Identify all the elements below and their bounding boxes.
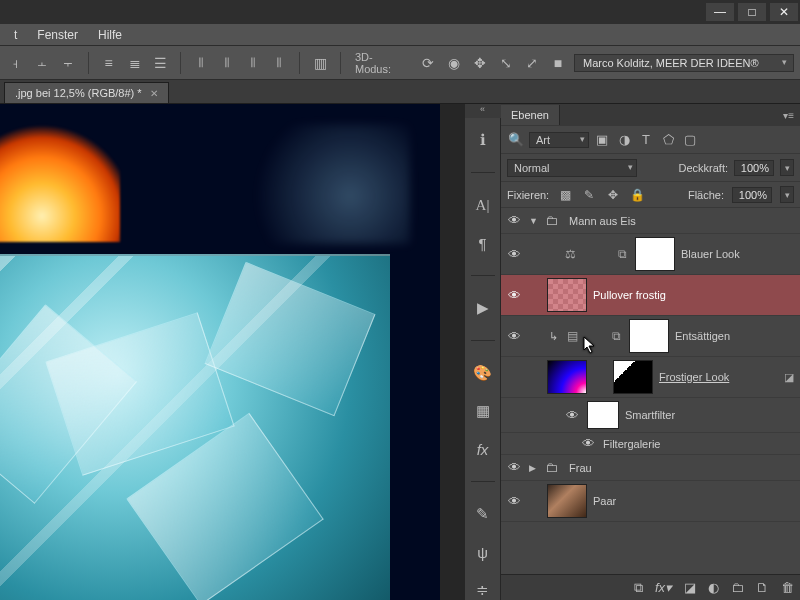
link-icon[interactable]: ⧉ — [615, 247, 629, 261]
brush-presets-panel-icon[interactable]: ψ — [473, 542, 493, 562]
document-tab[interactable]: .jpg bei 12,5% (RGB/8#) * ✕ — [4, 82, 169, 103]
align-center-icon[interactable]: ⫠ — [32, 53, 52, 73]
layer-name[interactable]: Mann aus Eis — [569, 215, 636, 227]
new-group-icon[interactable]: 🗀 — [731, 580, 744, 595]
new-adjustment-icon[interactable]: ◐ — [708, 580, 719, 595]
3d-orbit-icon[interactable]: ⟳ — [419, 53, 439, 73]
swatches-panel-icon[interactable]: ▦ — [473, 401, 493, 421]
layer-name[interactable]: Frostiger Look — [659, 371, 729, 383]
visibility-toggle[interactable]: 👁 — [505, 329, 523, 344]
auto-align-icon[interactable]: ▥ — [310, 53, 330, 73]
menu-fenster[interactable]: Fenster — [27, 28, 88, 42]
lock-transparency-icon[interactable]: ▩ — [557, 187, 573, 203]
filter-adjust-icon[interactable]: ◑ — [615, 131, 633, 149]
fill-field[interactable]: 100% — [732, 187, 772, 203]
link-icon[interactable]: ⧉ — [609, 329, 623, 343]
3d-slide-icon[interactable]: ⤡ — [496, 53, 516, 73]
layer-mask-thumb[interactable] — [629, 319, 669, 353]
3d-scale-icon[interactable]: ⤢ — [522, 53, 542, 73]
layer-thumb[interactable] — [547, 278, 587, 312]
3d-roll-icon[interactable]: ◉ — [444, 53, 464, 73]
layer-group-frau[interactable]: 👁 ▶ 🗀 Frau — [501, 455, 800, 481]
distribute-h2-icon[interactable]: ≣ — [125, 53, 145, 73]
adjustments-panel-icon[interactable]: ≑ — [473, 580, 493, 600]
layer-name[interactable]: Entsättigen — [675, 330, 730, 342]
layer-filtergalerie[interactable]: 👁 Filtergalerie — [501, 433, 800, 455]
layer-name[interactable]: Paar — [593, 495, 616, 507]
info-panel-icon[interactable]: ℹ — [473, 130, 493, 150]
layer-name[interactable]: Pullover frostig — [593, 289, 666, 301]
visibility-toggle[interactable]: 👁 — [505, 460, 523, 475]
3d-camera-icon[interactable]: ■ — [548, 53, 568, 73]
3d-pan-icon[interactable]: ✥ — [470, 53, 490, 73]
link-layers-icon[interactable]: ⧉ — [634, 580, 643, 596]
play-panel-icon[interactable]: ▶ — [473, 298, 493, 318]
opacity-field[interactable]: 100% — [734, 160, 774, 176]
visibility-toggle[interactable]: 👁 — [505, 247, 523, 262]
smartfilter-mask-thumb[interactable] — [587, 401, 619, 429]
menu-truncated[interactable]: t — [4, 28, 27, 42]
distribute-v3-icon[interactable]: ⦀ — [243, 53, 263, 73]
layer-name[interactable]: Smartfilter — [625, 409, 675, 421]
layer-thumb[interactable] — [547, 484, 587, 518]
styles-panel-icon[interactable]: fx — [473, 439, 493, 459]
menu-hilfe[interactable]: Hilfe — [88, 28, 132, 42]
layer-mask-thumb[interactable] — [635, 237, 675, 271]
layer-frostiger-look[interactable]: Frostiger Look ◪ — [501, 357, 800, 398]
disclosure-triangle[interactable]: ▼ — [529, 216, 539, 226]
layer-blauer-look[interactable]: 👁 ⚖ ⧉ Blauer Look — [501, 234, 800, 275]
close-button[interactable]: ✕ — [770, 3, 798, 21]
visibility-toggle[interactable]: 👁 — [505, 213, 523, 228]
distribute-v2-icon[interactable]: ⦀ — [217, 53, 237, 73]
color-panel-icon[interactable]: 🎨 — [473, 363, 493, 383]
filter-shape-icon[interactable]: ⬠ — [659, 131, 677, 149]
layer-thumb[interactable] — [547, 360, 587, 394]
opacity-slider-toggle[interactable]: ▾ — [780, 159, 794, 176]
layer-pullover-frostig[interactable]: 👁 Pullover frostig — [501, 275, 800, 316]
user-account-dropdown[interactable]: Marco Kolditz, MEER DER IDEEN® — [574, 54, 794, 72]
layer-effects-icon[interactable]: fx▾ — [655, 580, 672, 595]
blend-mode-dropdown[interactable]: Normal — [507, 159, 637, 177]
layer-name[interactable]: Filtergalerie — [603, 438, 660, 450]
layer-group-mann-aus-eis[interactable]: 👁 ▼ 🗀 Mann aus Eis — [501, 208, 800, 234]
filter-pixel-icon[interactable]: ▣ — [593, 131, 611, 149]
layer-name[interactable]: Frau — [569, 462, 592, 474]
visibility-toggle[interactable]: 👁 — [563, 408, 581, 423]
brush-panel-icon[interactable]: ✎ — [473, 504, 493, 524]
distribute-v1-icon[interactable]: ⦀ — [191, 53, 211, 73]
add-mask-icon[interactable]: ◪ — [684, 580, 696, 595]
distribute-h3-icon[interactable]: ☰ — [151, 53, 171, 73]
layer-mask-thumb[interactable] — [613, 360, 653, 394]
minimize-button[interactable]: — — [706, 3, 734, 21]
new-layer-icon[interactable]: 🗋 — [756, 580, 769, 595]
layer-name[interactable]: Blauer Look — [681, 248, 740, 260]
canvas[interactable] — [0, 104, 464, 600]
visibility-toggle[interactable]: 👁 — [505, 288, 523, 303]
disclosure-triangle[interactable]: ▶ — [529, 463, 539, 473]
paragraph-panel-icon[interactable]: ¶ — [473, 233, 493, 253]
layer-entsaettigen[interactable]: 👁 ↳ ▤ ⧉ Entsättigen — [501, 316, 800, 357]
close-tab-icon[interactable]: ✕ — [150, 88, 158, 99]
delete-layer-icon[interactable]: 🗑 — [781, 580, 794, 595]
filter-type-icon[interactable]: T — [637, 131, 655, 149]
character-panel-icon[interactable]: A| — [473, 195, 493, 215]
filter-smart-icon[interactable]: ▢ — [681, 131, 699, 149]
lock-pixels-icon[interactable]: ✎ — [581, 187, 597, 203]
align-right-icon[interactable]: ⫟ — [58, 53, 78, 73]
maximize-button[interactable]: □ — [738, 3, 766, 21]
distribute-h1-icon[interactable]: ≡ — [99, 53, 119, 73]
visibility-toggle[interactable]: 👁 — [579, 436, 597, 451]
layers-tab[interactable]: Ebenen — [501, 105, 560, 125]
layer-list[interactable]: 👁 ▼ 🗀 Mann aus Eis 👁 ⚖ ⧉ Blauer Look 👁 P… — [501, 208, 800, 574]
lock-all-icon[interactable]: 🔒 — [629, 187, 645, 203]
expand-dock-handle[interactable]: « — [465, 104, 501, 118]
filter-kind-dropdown[interactable]: Art — [529, 132, 589, 148]
fill-slider-toggle[interactable]: ▾ — [780, 186, 794, 203]
panel-menu-icon[interactable]: ▾≡ — [777, 110, 800, 121]
align-left-icon[interactable]: ⫞ — [6, 53, 26, 73]
visibility-toggle[interactable]: 👁 — [505, 494, 523, 509]
layer-smartfilter[interactable]: 👁 Smartfilter — [501, 398, 800, 433]
layer-paar[interactable]: 👁 Paar — [501, 481, 800, 522]
distribute-v4-icon[interactable]: ⦀ — [269, 53, 289, 73]
lock-position-icon[interactable]: ✥ — [605, 187, 621, 203]
